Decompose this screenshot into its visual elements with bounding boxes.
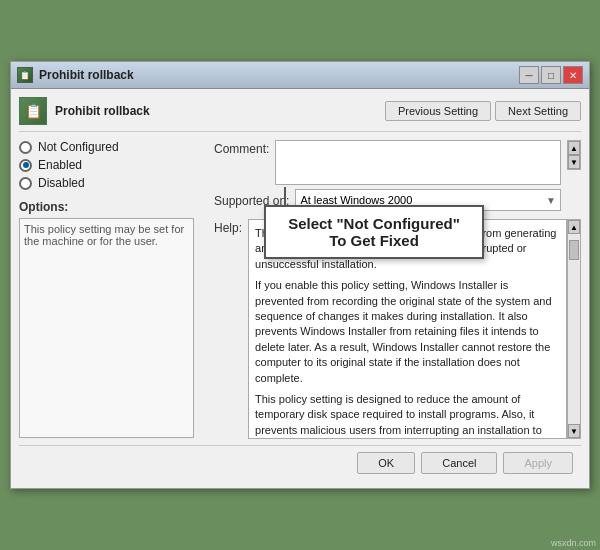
apply-button[interactable]: Apply [503, 452, 573, 474]
help-scrollbar[interactable]: ▲ ▼ [567, 219, 581, 439]
next-setting-button[interactable]: Next Setting [495, 101, 581, 121]
scroll-down-arrow[interactable]: ▼ [568, 155, 580, 169]
radio-enabled[interactable]: Enabled [19, 158, 206, 172]
close-button[interactable]: ✕ [563, 66, 583, 84]
help-scroll-up[interactable]: ▲ [568, 220, 580, 234]
comment-input[interactable] [275, 140, 561, 185]
help-box-wrapper: This policy setting prohibits Windows In… [248, 219, 581, 439]
radio-disabled-input[interactable] [19, 177, 32, 190]
main-area: Not Configured Enabled Disabled [19, 140, 581, 439]
minimize-button[interactable]: ─ [519, 66, 539, 84]
title-bar-left: 📋 Prohibit rollback [17, 67, 134, 83]
help-scroll-down[interactable]: ▼ [568, 424, 580, 438]
options-label: Options: [19, 200, 206, 214]
radio-enabled-input[interactable] [19, 159, 32, 172]
supported-value: At least Windows 2000 [300, 194, 412, 206]
window-title: Prohibit rollback [39, 68, 134, 82]
radio-disabled[interactable]: Disabled [19, 176, 206, 190]
cancel-button[interactable]: Cancel [421, 452, 497, 474]
bottom-bar: OK Cancel Apply [19, 445, 581, 480]
nav-buttons: Previous Setting Next Setting [385, 101, 581, 121]
radio-group: Not Configured Enabled Disabled [19, 140, 206, 190]
supported-label: Supported on: [214, 192, 289, 208]
top-bar-left: 📋 Prohibit rollback [19, 97, 150, 125]
radio-disabled-label: Disabled [38, 176, 85, 190]
dropdown-arrow-icon: ▼ [546, 195, 556, 206]
help-box: This policy setting prohibits Windows In… [248, 219, 567, 439]
maximize-button[interactable]: □ [541, 66, 561, 84]
left-panel: Not Configured Enabled Disabled [19, 140, 214, 439]
ok-button[interactable]: OK [357, 452, 415, 474]
prev-setting-button[interactable]: Previous Setting [385, 101, 491, 121]
policy-title: Prohibit rollback [55, 104, 150, 118]
comment-row: Comment: ▲ ▼ [214, 140, 581, 185]
help-paragraph-1: This policy setting prohibits Windows In… [255, 226, 560, 272]
comment-label: Comment: [214, 140, 269, 156]
help-row: Help: This policy setting prohibits Wind… [214, 219, 581, 439]
options-section: Options: This policy setting may be set … [19, 200, 206, 438]
policy-icon: 📋 [19, 97, 47, 125]
title-controls: ─ □ ✕ [519, 66, 583, 84]
help-scroll-thumb[interactable] [569, 240, 579, 260]
radio-enabled-label: Enabled [38, 158, 82, 172]
scroll-up-arrow[interactable]: ▲ [568, 141, 580, 155]
policy-info-text: This policy setting may be set for the m… [24, 223, 184, 247]
options-box: This policy setting may be set for the m… [19, 218, 194, 438]
title-bar: 📋 Prohibit rollback ─ □ ✕ [11, 62, 589, 89]
top-bar: 📋 Prohibit rollback Previous Setting Nex… [19, 97, 581, 132]
main-wrapper: Not Configured Enabled Disabled [19, 140, 581, 439]
help-paragraph-3: This policy setting is designed to reduc… [255, 392, 560, 439]
main-window: 📋 Prohibit rollback ─ □ ✕ 📋 Prohibit rol… [10, 61, 590, 489]
watermark: wsxdn.com [551, 538, 596, 548]
comment-scrollbar[interactable]: ▲ ▼ [567, 140, 581, 170]
window-icon: 📋 [17, 67, 33, 83]
supported-dropdown[interactable]: At least Windows 2000 ▼ [295, 189, 561, 211]
help-label: Help: [214, 219, 242, 235]
content-area: 📋 Prohibit rollback Previous Setting Nex… [11, 89, 589, 488]
help-paragraph-2: If you enable this policy setting, Windo… [255, 278, 560, 386]
supported-row: Supported on: At least Windows 2000 ▼ [214, 189, 581, 211]
radio-not-configured-input[interactable] [19, 141, 32, 154]
radio-not-configured[interactable]: Not Configured [19, 140, 206, 154]
radio-not-configured-label: Not Configured [38, 140, 119, 154]
right-panel: Comment: ▲ ▼ Supported on: At least Wind… [214, 140, 581, 439]
